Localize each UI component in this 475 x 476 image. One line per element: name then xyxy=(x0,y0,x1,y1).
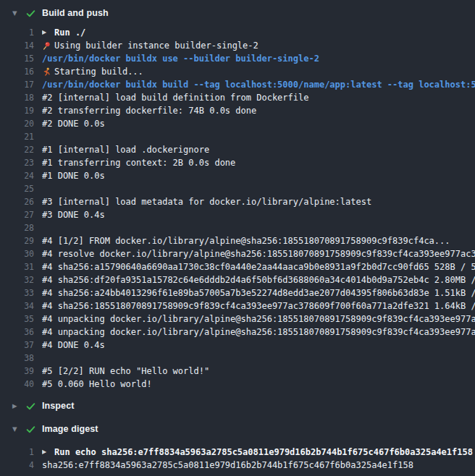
line-content: Using builder instance builder-single-2 xyxy=(42,41,475,51)
log-line: 1▶Run echo sha256:e7ff8834a5963a2785c5a0… xyxy=(0,446,475,459)
line-text: #3 [internal] load metadata for docker.i… xyxy=(42,197,371,207)
line-number[interactable]: 25 xyxy=(0,184,34,194)
line-content: #2 DONE 0.0s xyxy=(42,119,475,129)
line-number[interactable]: 30 xyxy=(0,249,34,259)
log-line: 16Starting build... xyxy=(0,65,475,78)
line-number[interactable]: 40 xyxy=(0,379,34,389)
section-log-lines: 1▶Run echo sha256:e7ff8834a5963a2785c5a0… xyxy=(0,446,475,472)
line-text: #4 DONE 0.4s xyxy=(42,340,105,350)
line-number[interactable]: 26 xyxy=(0,197,34,207)
line-content: Starting build... xyxy=(42,67,475,77)
play-icon[interactable]: ▶ xyxy=(42,30,54,35)
line-number[interactable]: 32 xyxy=(0,275,34,285)
play-icon[interactable]: ▶ xyxy=(42,449,46,455)
line-number[interactable]: 17 xyxy=(0,80,34,90)
line-number[interactable]: 28 xyxy=(0,223,34,233)
check-icon xyxy=(25,423,36,435)
line-number[interactable]: 34 xyxy=(0,301,34,311)
section-header-build-and-push[interactable]: ▼Build and push xyxy=(0,0,475,26)
line-content: sha256:e7ff8834a5963a2785c5a0811e979d16b… xyxy=(42,460,475,470)
line-number[interactable]: 24 xyxy=(0,171,34,181)
line-content: #3 [internal] load metadata for docker.i… xyxy=(42,197,475,207)
line-content: ▶Run echo sha256:e7ff8834a5963a2785c5a08… xyxy=(42,447,475,457)
chevron-down-icon[interactable]: ▼ xyxy=(12,10,21,17)
pushpin-icon xyxy=(42,41,54,50)
line-number[interactable]: 38 xyxy=(0,353,34,363)
line-content: /usr/bin/docker buildx use --builder bui… xyxy=(42,54,475,64)
log-line: 33#4 sha256:a24bb4013296f61e89ba57005a7b… xyxy=(0,286,475,299)
log-line: 35#4 unpacking docker.io/library/alpine@… xyxy=(0,313,475,326)
section-title: Image digest xyxy=(42,424,98,434)
log-line: 32#4 sha256:df20fa9351a15782c64e6dddb2d4… xyxy=(0,273,475,286)
chevron-right-icon[interactable]: ▶ xyxy=(12,403,21,409)
line-number[interactable]: 18 xyxy=(0,93,34,103)
play-icon[interactable]: ▶ xyxy=(42,449,54,455)
line-number[interactable]: 35 xyxy=(0,314,34,324)
line-content: #4 unpacking docker.io/library/alpine@sh… xyxy=(42,327,475,337)
line-number[interactable]: 1 xyxy=(0,27,34,38)
line-content: #4 DONE 0.4s xyxy=(42,340,475,350)
line-number[interactable]: 19 xyxy=(0,106,34,116)
line-text: Starting build... xyxy=(54,67,143,77)
line-number[interactable]: 15 xyxy=(0,54,34,64)
line-number[interactable]: 22 xyxy=(0,145,34,155)
line-number[interactable]: 37 xyxy=(0,340,34,350)
line-text: #4 sha256:a15790640a6690aa1730c38cf0a440… xyxy=(42,262,475,272)
log-line: 38 xyxy=(0,352,475,365)
line-number[interactable]: 20 xyxy=(0,119,34,129)
line-number[interactable]: 27 xyxy=(0,210,34,220)
log-line: 20#2 DONE 0.0s xyxy=(0,117,475,130)
line-text: #2 transferring dockerfile: 74B 0.0s don… xyxy=(42,106,256,116)
line-text: #2 [internal] load build definition from… xyxy=(42,93,308,103)
log-line: 36#4 unpacking docker.io/library/alpine@… xyxy=(0,326,475,339)
line-content: /usr/bin/docker buildx build --tag local… xyxy=(42,80,475,90)
log-line: 39#5 [2/2] RUN echo "Hello world!" xyxy=(0,365,475,378)
line-content: #4 unpacking docker.io/library/alpine@sh… xyxy=(42,314,475,324)
line-text: #1 DONE 0.0s xyxy=(42,171,105,181)
line-number[interactable]: 21 xyxy=(0,132,34,142)
line-number[interactable]: 39 xyxy=(0,366,34,376)
line-number[interactable]: 1 xyxy=(0,447,34,457)
line-text: #3 DONE 0.4s xyxy=(42,210,105,220)
log-line: 14Using builder instance builder-single-… xyxy=(0,39,475,52)
log-line: 21 xyxy=(0,130,475,143)
line-text: #4 sha256:185518070891758909c9f839cf4ca3… xyxy=(42,301,475,311)
line-text: Using builder instance builder-single-2 xyxy=(54,41,258,51)
line-content: #3 DONE 0.4s xyxy=(42,210,475,220)
log-line: 34#4 sha256:185518070891758909c9f839cf4c… xyxy=(0,299,475,313)
log-line: 29#4 [1/2] FROM docker.io/library/alpine… xyxy=(0,234,475,247)
line-number[interactable]: 14 xyxy=(0,41,34,51)
line-text: #4 sha256:a24bb4013296f61e89ba57005a7b3e… xyxy=(42,288,475,298)
line-number[interactable]: 33 xyxy=(0,288,34,298)
log-line: 37#4 DONE 0.4s xyxy=(0,339,475,352)
chevron-down-icon[interactable]: ▼ xyxy=(12,426,21,433)
section-header-inspect[interactable]: ▶Inspect xyxy=(0,394,475,417)
log-line: 27#3 DONE 0.4s xyxy=(0,208,475,221)
log-line: 22#1 [internal] load .dockerignore xyxy=(0,143,475,156)
line-number[interactable]: 31 xyxy=(0,262,34,272)
line-number[interactable]: 29 xyxy=(0,236,34,246)
line-content: #1 DONE 0.0s xyxy=(42,171,475,181)
log-line: 18#2 [internal] load build definition fr… xyxy=(0,91,475,104)
line-number[interactable]: 36 xyxy=(0,327,34,337)
line-content: #4 resolve docker.io/library/alpine@sha2… xyxy=(42,249,475,259)
line-number[interactable]: 4 xyxy=(0,460,34,470)
log-line: 25 xyxy=(0,182,475,195)
log-line: 31#4 sha256:a15790640a6690aa1730c38cf0a4… xyxy=(0,260,475,273)
line-number[interactable]: 16 xyxy=(0,67,34,77)
line-content: #1 [internal] load .dockerignore xyxy=(42,145,475,155)
line-content: #2 [internal] load build definition from… xyxy=(42,93,475,103)
line-number[interactable]: 23 xyxy=(0,158,34,168)
runner-icon xyxy=(42,67,54,76)
play-icon[interactable]: ▶ xyxy=(42,30,46,35)
line-text: #4 unpacking docker.io/library/alpine@sh… xyxy=(42,314,475,324)
log-line: 19#2 transferring dockerfile: 74B 0.0s d… xyxy=(0,104,475,117)
section-title: Inspect xyxy=(42,401,74,411)
line-text: #1 transferring context: 2B 0.0s done xyxy=(42,158,235,168)
log-line: 15/usr/bin/docker buildx use --builder b… xyxy=(0,52,475,65)
log-line: 26#3 [internal] load metadata for docker… xyxy=(0,195,475,208)
line-content: #2 transferring dockerfile: 74B 0.0s don… xyxy=(42,106,475,116)
section-header-image-digest[interactable]: ▼Image digest xyxy=(0,417,475,441)
log-line: 23#1 transferring context: 2B 0.0s done xyxy=(0,156,475,169)
line-content: #4 [1/2] FROM docker.io/library/alpine@s… xyxy=(42,236,475,246)
